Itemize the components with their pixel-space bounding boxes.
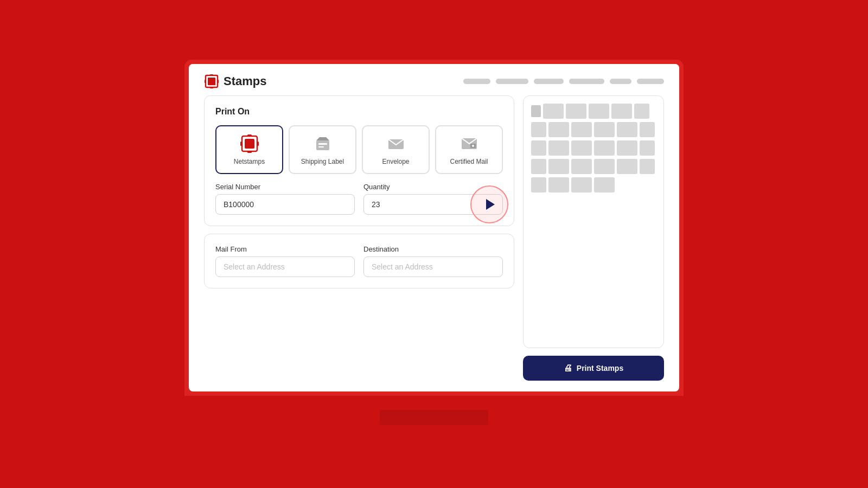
- laptop-screen-border: Stamps: [184, 60, 684, 396]
- stamp-preview-card: [523, 95, 664, 348]
- svg-rect-1: [208, 78, 215, 85]
- address-row: Mail From Destination: [215, 245, 503, 277]
- mail-from-label: Mail From: [215, 245, 355, 253]
- svg-marker-13: [316, 137, 329, 140]
- nav-pill-4: [569, 79, 604, 84]
- destination-field: Destination: [363, 245, 503, 277]
- serial-number-label: Serial Number: [215, 183, 355, 191]
- stamp-rect: [594, 159, 615, 174]
- svg-rect-3: [217, 80, 219, 83]
- option-envelope[interactable]: Envelope: [362, 125, 430, 174]
- stamp-rect: [531, 177, 546, 192]
- option-netstamps-label: Netstamps: [234, 158, 265, 165]
- left-panel: Print On: [204, 95, 514, 381]
- stamp-rect: [548, 159, 569, 174]
- nav-pill-6: [637, 79, 664, 84]
- stamp-grid: [531, 104, 656, 192]
- destination-label: Destination: [363, 245, 503, 253]
- stamp-row-4: [531, 159, 656, 174]
- right-panel: 🖨 Print Stamps: [523, 95, 664, 381]
- stamp-rect: [617, 122, 637, 137]
- certified-mail-icon: [459, 134, 479, 153]
- logo-area: Stamps: [204, 74, 266, 89]
- svg-rect-8: [240, 142, 242, 146]
- option-shipping-label[interactable]: Shipping Label: [289, 125, 356, 174]
- stamp-row-3: [531, 140, 656, 156]
- destination-input[interactable]: [363, 256, 503, 277]
- print-stamps-button[interactable]: 🖨 Print Stamps: [523, 356, 664, 381]
- option-certified-mail[interactable]: Certified Mail: [435, 125, 503, 174]
- svg-rect-9: [257, 142, 259, 146]
- svg-rect-14: [318, 143, 327, 145]
- stamp-rect: [640, 140, 655, 156]
- option-envelope-label: Envelope: [382, 158, 409, 165]
- svg-rect-2: [205, 80, 206, 83]
- header-nav: [463, 79, 664, 84]
- option-shipping-label-label: Shipping Label: [301, 158, 344, 165]
- stamp-micro: [531, 105, 541, 117]
- quantity-wrapper: [363, 194, 503, 215]
- stamp-rect: [548, 122, 569, 137]
- stamp-row-1: [531, 104, 656, 119]
- stamp-rect: [594, 177, 615, 192]
- stamp-rect: [531, 159, 546, 174]
- stamp-rect: [566, 104, 586, 119]
- svg-rect-7: [245, 139, 254, 149]
- print-on-card: Print On: [204, 95, 514, 226]
- serial-quantity-row: Serial Number Quantity: [215, 183, 503, 215]
- nav-pill-3: [534, 79, 564, 84]
- svg-point-19: [472, 145, 474, 147]
- app-container: Stamps: [189, 64, 679, 391]
- stamp-rect: [543, 104, 564, 119]
- laptop-shell: Stamps: [174, 60, 694, 428]
- svg-rect-5: [210, 87, 213, 88]
- svg-rect-10: [247, 134, 252, 137]
- stamp-rect: [548, 140, 569, 156]
- option-netstamps[interactable]: Netstamps: [215, 125, 283, 174]
- stamp-rect: [594, 140, 615, 156]
- stamp-rect: [594, 122, 615, 137]
- stamp-rect: [640, 122, 655, 137]
- envelope-icon: [386, 134, 406, 153]
- option-certified-mail-label: Certified Mail: [450, 158, 488, 165]
- mail-from-field: Mail From: [215, 245, 355, 277]
- laptop-base: [174, 396, 694, 428]
- nav-pill-1: [463, 79, 490, 84]
- svg-rect-12: [316, 140, 329, 150]
- laptop-screen: Stamps: [189, 64, 679, 391]
- stamps-logo-icon: [204, 74, 219, 89]
- mail-from-input[interactable]: [215, 256, 355, 277]
- stamp-rect: [571, 177, 592, 192]
- nav-pill-5: [610, 79, 631, 84]
- stamp-rect: [617, 140, 637, 156]
- netstamps-icon: [240, 134, 259, 153]
- stamp-rect: [640, 159, 655, 174]
- svg-rect-11: [247, 151, 252, 153]
- stamp-rect: [571, 159, 592, 174]
- quantity-field: Quantity: [363, 183, 503, 215]
- nav-pill-2: [496, 79, 528, 84]
- print-stamps-label: Print Stamps: [577, 364, 623, 373]
- svg-rect-4: [210, 74, 213, 76]
- shipping-label-icon: [313, 134, 333, 153]
- stamp-rect: [571, 122, 592, 137]
- print-options: Netstamps: [215, 125, 503, 174]
- logo-text: Stamps: [224, 74, 266, 88]
- stamp-row-5: [531, 177, 656, 192]
- stamp-rect: [589, 104, 609, 119]
- address-card: Mail From Destination: [204, 234, 514, 288]
- stamp-rect: [634, 104, 649, 119]
- stamp-rect: [548, 177, 569, 192]
- svg-rect-15: [318, 146, 324, 147]
- quantity-input[interactable]: [363, 194, 503, 215]
- stamp-rect: [531, 122, 546, 137]
- stamp-row-2: [531, 122, 656, 137]
- print-on-title: Print On: [215, 107, 503, 117]
- app-main: Print On: [189, 95, 679, 391]
- printer-icon: 🖨: [564, 363, 572, 373]
- stamp-rect: [611, 104, 632, 119]
- stamp-rect: [617, 159, 637, 174]
- serial-number-input[interactable]: [215, 194, 355, 215]
- stamp-rect: [531, 140, 546, 156]
- app-header: Stamps: [189, 64, 679, 95]
